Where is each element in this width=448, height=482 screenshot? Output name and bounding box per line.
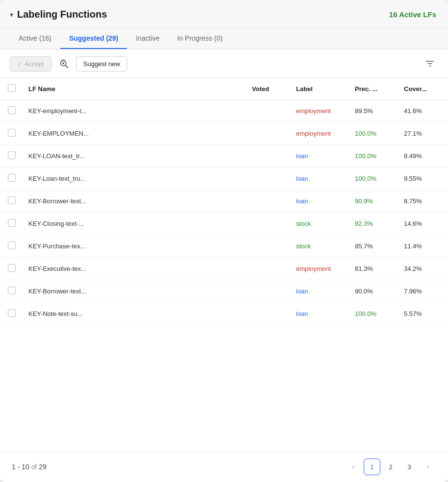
page-controls: ‹ 1 2 3 ›	[345, 458, 436, 475]
row-label: employment	[291, 258, 350, 280]
row-voted	[247, 258, 291, 280]
row-lf-name[interactable]: KEY-LOAN-text_tr...	[24, 145, 247, 168]
row-check-cell	[0, 190, 24, 213]
page-total: 29	[39, 463, 47, 471]
table-body: KEY-employment-t...employment89.5%41.6%K…	[0, 100, 448, 325]
row-precision: 85.7%	[350, 235, 399, 258]
filter-icon-button[interactable]	[422, 55, 438, 72]
row-voted	[247, 235, 291, 258]
row-coverage: 8.75%	[399, 190, 448, 213]
row-coverage: 9.55%	[399, 168, 448, 190]
col-header-voted: Voted	[247, 78, 291, 100]
tab-inprogress[interactable]: In Progress (0)	[169, 27, 232, 49]
row-check-cell	[0, 100, 24, 122]
table-row: KEY-LOAN-text_tr...loan100.0%8.49%	[0, 145, 448, 168]
row-checkbox-6[interactable]	[8, 241, 16, 249]
row-checkbox-1[interactable]	[8, 129, 16, 137]
row-check-cell	[0, 258, 24, 280]
tab-active[interactable]: Active (16)	[10, 27, 60, 49]
tab-suggested[interactable]: Suggested (29)	[60, 27, 127, 49]
page-2-button[interactable]: 2	[382, 458, 399, 475]
lf-table: LF Name Voted Label Prec. ... Cover... K…	[0, 78, 448, 325]
row-checkbox-8[interactable]	[8, 287, 16, 294]
row-check-cell	[0, 122, 24, 145]
row-label: loan	[291, 303, 350, 325]
prev-page-button[interactable]: ‹	[345, 458, 362, 475]
row-check-cell	[0, 145, 24, 168]
row-lf-name[interactable]: KEY-Purchase-tex...	[24, 235, 247, 258]
row-lf-name[interactable]: KEY-Loan-text_tru...	[24, 168, 247, 190]
row-checkbox-4[interactable]	[8, 196, 16, 204]
svg-line-2	[66, 66, 68, 68]
row-voted	[247, 213, 291, 235]
row-voted	[247, 303, 291, 325]
row-voted	[247, 145, 291, 168]
next-page-button[interactable]: ›	[420, 458, 436, 475]
suggest-new-button[interactable]: Suggest new	[76, 56, 127, 72]
table-row: KEY-Executive-tex...employment81.3%34.2%	[0, 258, 448, 280]
row-label: stock	[291, 213, 350, 235]
row-checkbox-0[interactable]	[8, 106, 16, 114]
pagination-row: 1 - 10 of 29 ‹ 1 2 3 ›	[0, 451, 448, 482]
row-label: employment	[291, 122, 350, 145]
row-lf-name[interactable]: KEY-Note-text-su...	[24, 303, 247, 325]
row-lf-name[interactable]: KEY-Borrower-text...	[24, 280, 247, 303]
row-check-cell	[0, 235, 24, 258]
table-row: KEY-Purchase-tex...stock85.7%11.4%	[0, 235, 448, 258]
row-precision: 100.0%	[350, 303, 399, 325]
row-label: loan	[291, 168, 350, 190]
table-row: KEY-EMPLOYMEN...employment100.0%27.1%	[0, 122, 448, 145]
page-3-button[interactable]: 3	[401, 458, 418, 475]
svg-point-1	[62, 62, 64, 64]
row-lf-name[interactable]: KEY-EMPLOYMEN...	[24, 122, 247, 145]
row-voted	[247, 280, 291, 303]
check-icon: ✓	[17, 60, 22, 67]
row-lf-name[interactable]: KEY-Borrower-text...	[24, 190, 247, 213]
labeling-functions-panel: ▾ Labeling Functions 16 Active LFs Activ…	[0, 0, 448, 482]
row-checkbox-9[interactable]	[8, 309, 16, 317]
row-precision: 90.9%	[350, 190, 399, 213]
table-row: KEY-Borrower-text...loan90.9%8.75%	[0, 190, 448, 213]
row-lf-name[interactable]: KEY-employment-t...	[24, 100, 247, 122]
row-voted	[247, 190, 291, 213]
row-voted	[247, 168, 291, 190]
row-precision: 89.5%	[350, 100, 399, 122]
page-1-button[interactable]: 1	[364, 458, 380, 475]
select-all-checkbox[interactable]	[8, 84, 16, 92]
row-checkbox-3[interactable]	[8, 174, 16, 182]
row-check-cell	[0, 213, 24, 235]
row-checkbox-5[interactable]	[8, 219, 16, 227]
magic-suggest-icon-button[interactable]	[55, 55, 72, 72]
row-coverage: 8.49%	[399, 145, 448, 168]
row-checkbox-2[interactable]	[8, 151, 16, 159]
row-coverage: 7.96%	[399, 280, 448, 303]
label-text: loan	[296, 197, 308, 205]
tab-inactive[interactable]: Inactive	[127, 27, 168, 49]
collapse-icon[interactable]: ▾	[10, 11, 13, 19]
row-label: employment	[291, 100, 350, 122]
filter-icon	[425, 59, 435, 69]
row-lf-name[interactable]: KEY-Closing-text-...	[24, 213, 247, 235]
page-range: 1 - 10	[12, 463, 29, 471]
col-header-check	[0, 78, 24, 100]
page-info: 1 - 10 of 29	[12, 463, 47, 471]
accept-button[interactable]: ✓ Accept	[10, 56, 51, 72]
active-lfs-count: 16 Active LFs	[389, 10, 436, 19]
row-checkbox-7[interactable]	[8, 264, 16, 272]
row-coverage: 5.57%	[399, 303, 448, 325]
row-label: loan	[291, 190, 350, 213]
row-lf-name[interactable]: KEY-Executive-tex...	[24, 258, 247, 280]
col-header-cover: Cover...	[399, 78, 448, 100]
table-wrap: LF Name Voted Label Prec. ... Cover... K…	[0, 78, 448, 451]
panel-title: Labeling Functions	[17, 9, 107, 20]
col-header-prec: Prec. ...	[350, 78, 399, 100]
row-label: loan	[291, 280, 350, 303]
row-precision: 100.0%	[350, 145, 399, 168]
ai-icon	[59, 59, 69, 69]
panel-header: ▾ Labeling Functions 16 Active LFs	[0, 0, 448, 27]
row-precision: 100.0%	[350, 168, 399, 190]
row-check-cell	[0, 280, 24, 303]
toolbar: ✓ Accept Suggest new	[0, 49, 448, 78]
row-precision: 100.0%	[350, 122, 399, 145]
label-text: loan	[296, 152, 308, 160]
